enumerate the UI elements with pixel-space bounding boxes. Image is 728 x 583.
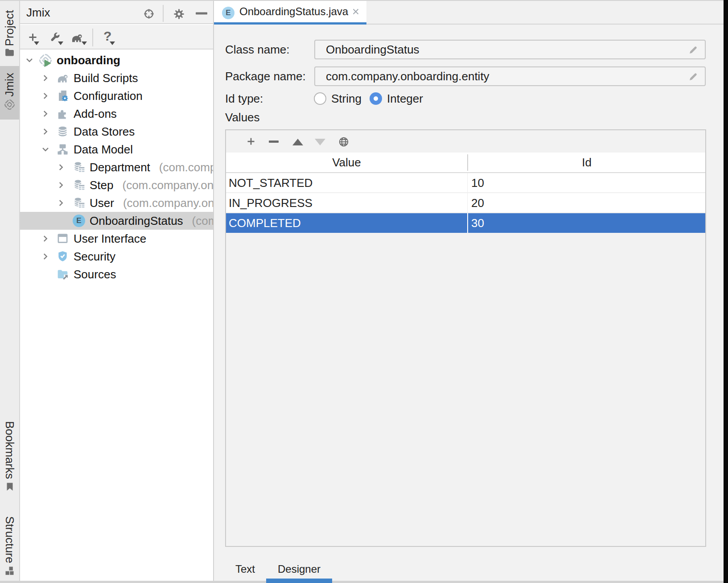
chevron-right-icon[interactable] [41, 234, 50, 244]
entity-icon [73, 196, 86, 209]
folder-icon[interactable] [4, 47, 15, 58]
package-suffix: (com.company.onboarding.entity) [159, 161, 213, 174]
class-name-label: Class name: [225, 43, 290, 56]
tree-item-step[interactable]: Step(com.company.onboarding.entity) [20, 176, 213, 194]
tree-item-user-interface[interactable]: User Interface [20, 230, 213, 248]
minimize-icon[interactable] [196, 12, 207, 15]
add-icon[interactable] [28, 32, 38, 42]
radio-string[interactable] [314, 92, 326, 105]
move-down-icon[interactable] [315, 139, 325, 145]
tree-item-user[interactable]: User(com.company.onboarding.entity) [20, 194, 213, 212]
remove-row-icon[interactable] [269, 141, 279, 143]
column-header-value[interactable]: Value [226, 153, 467, 172]
chevron-down-icon[interactable] [41, 145, 50, 154]
jmix-project-icon [38, 53, 53, 68]
class-name-value: OnboardingStatus [326, 41, 420, 58]
stripe-button-structure[interactable]: Structure [3, 516, 16, 563]
cell-value: IN_PROGRESS [229, 193, 313, 213]
values-table: Value Id NOT_STARTED 10 IN_PROGRESS 20 C… [225, 129, 706, 547]
gear-icon[interactable] [173, 8, 185, 20]
package-suffix: (com.company.onboarding.entity) [123, 178, 214, 192]
radio-integer[interactable] [370, 92, 382, 105]
column-header-id[interactable]: Id [468, 153, 705, 172]
chevron-right-icon[interactable] [56, 162, 66, 172]
bookmark-icon[interactable] [4, 481, 15, 492]
chevron-down-icon[interactable] [25, 55, 34, 65]
tree-item-onboardingstatus[interactable]: E OnboardingStatus(com.company.onboardin… [20, 212, 213, 230]
editor-tab-bar: E OnboardingStatus.java [214, 1, 724, 25]
table-row-completed[interactable]: COMPLETED 30 [226, 213, 705, 233]
tree-item-data-stores[interactable]: Data Stores [20, 123, 213, 141]
class-name-field[interactable]: OnboardingStatus [314, 40, 706, 59]
chevron-right-icon[interactable] [56, 180, 66, 190]
window-bottom-border [0, 581, 728, 583]
jmix-tool-window: Jmix [20, 1, 213, 581]
edit-pencil-icon[interactable] [688, 45, 699, 55]
tool-window-stripe: Project Jmix Bookmarks Structure [0, 1, 19, 581]
tree-item-sources[interactable]: Sources [20, 265, 213, 283]
values-label: Values [225, 111, 260, 124]
chevron-right-icon[interactable] [56, 198, 66, 208]
tab-onboardingstatus-java[interactable]: E OnboardingStatus.java [214, 1, 366, 22]
datamodel-icon [56, 143, 69, 156]
stripe-button-bookmarks[interactable]: Bookmarks [3, 421, 16, 479]
edit-pencil-icon[interactable] [688, 71, 699, 82]
tab-title: OnboardingStatus.java [239, 1, 348, 22]
jmix-project-tree: onboarding Build Scripts [20, 50, 213, 580]
package-name-field[interactable]: com.company.onboarding.entity [314, 66, 706, 86]
tree-item-security[interactable]: Security [20, 248, 213, 265]
add-row-icon[interactable] [246, 136, 256, 146]
tree-item-build-scripts[interactable]: Build Scripts [20, 69, 213, 87]
security-icon [56, 250, 69, 263]
tree-item-onboarding[interactable]: onboarding [20, 51, 213, 69]
cell-value: COMPLETED [229, 213, 301, 233]
radio-string-label[interactable]: String [331, 92, 362, 105]
stripe-button-jmix[interactable]: Jmix [3, 73, 16, 96]
sources-icon [56, 268, 69, 281]
values-table-toolbar [226, 130, 705, 153]
tree-item-configuration[interactable]: Configuration [20, 87, 213, 105]
entity-icon [73, 161, 86, 174]
datastore-icon [56, 125, 69, 138]
tree-item-add-ons[interactable]: Add-ons [20, 105, 213, 123]
cell-divider [467, 173, 468, 193]
cell-id: 20 [471, 193, 484, 213]
localize-icon[interactable] [338, 136, 349, 147]
values-table-header: Value Id [226, 153, 705, 173]
locate-icon[interactable] [143, 8, 155, 20]
structure-icon[interactable] [4, 566, 15, 576]
tree-item-department[interactable]: Department(com.company.onboarding.entity… [20, 158, 213, 176]
chevron-right-icon[interactable] [41, 127, 50, 136]
package-name-value: com.company.onboarding.entity [326, 67, 489, 85]
window-top-border [0, 0, 728, 1]
gradle-tree-icon [56, 72, 70, 84]
radio-integer-label[interactable]: Integer [387, 92, 423, 105]
close-icon[interactable] [351, 7, 361, 17]
chevron-right-icon[interactable] [41, 73, 50, 83]
table-row-not-started[interactable]: NOT_STARTED 10 [226, 173, 705, 193]
tree-item-data-model[interactable]: Data Model [20, 141, 213, 158]
active-tab-underline [214, 22, 366, 25]
table-row-in-progress[interactable]: IN_PROGRESS 20 [226, 193, 705, 213]
jmix-logo-icon[interactable] [4, 99, 16, 111]
tab-bar-border [366, 24, 724, 25]
jmix-tool-window-toolbar: ? [20, 25, 213, 50]
panel-editor-divider[interactable] [213, 1, 214, 581]
chevron-right-icon[interactable] [41, 91, 50, 101]
add-dropdown-arrow [34, 41, 39, 45]
chevron-right-icon[interactable] [41, 252, 50, 261]
id-type-label: Id type: [225, 92, 263, 105]
move-up-icon[interactable] [292, 139, 303, 145]
editor-area: E OnboardingStatus.java Class name: Onbo… [214, 1, 724, 581]
addons-icon [56, 107, 69, 120]
bottom-tab-text[interactable]: Text [235, 563, 255, 575]
ui-icon [56, 232, 69, 245]
jmix-tool-window-header: Jmix [20, 1, 213, 24]
entity-icon [73, 178, 86, 191]
enum-file-icon: E [222, 7, 234, 19]
cell-id: 10 [471, 173, 484, 193]
stripe-button-project[interactable]: Project [3, 10, 16, 46]
cell-id: 30 [471, 213, 484, 233]
chevron-right-icon[interactable] [41, 109, 50, 119]
bottom-tab-designer[interactable]: Designer [278, 563, 321, 575]
